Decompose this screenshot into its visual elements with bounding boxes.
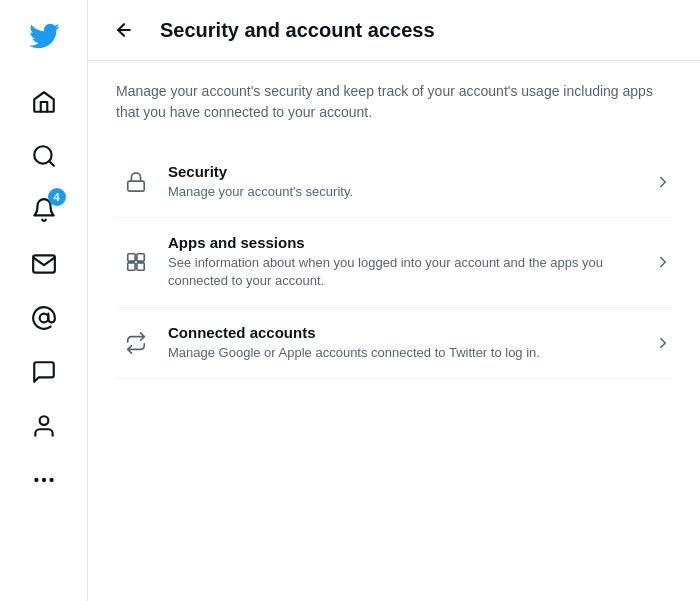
sidebar-item-bookmarks[interactable]: [18, 346, 70, 398]
security-title: Security: [168, 163, 642, 180]
connected-accounts-chevron: [654, 334, 672, 352]
sidebar-item-explore[interactable]: [18, 130, 70, 182]
page-description: Manage your account's security and keep …: [116, 81, 672, 123]
svg-point-2: [39, 314, 48, 323]
sidebar-item-notifications[interactable]: 4: [18, 184, 70, 236]
svg-point-3: [39, 416, 48, 425]
security-icon: [116, 171, 156, 193]
apps-sessions-menu-item[interactable]: Apps and sessions See information about …: [116, 218, 672, 307]
sidebar-item-mentions[interactable]: [18, 292, 70, 344]
apps-sessions-text: Apps and sessions See information about …: [156, 234, 654, 290]
connected-accounts-menu-item[interactable]: Connected accounts Manage Google or Appl…: [116, 308, 672, 379]
apps-sessions-desc: See information about when you logged in…: [168, 254, 642, 290]
security-desc: Manage your account's security.: [168, 183, 642, 201]
svg-rect-11: [128, 263, 135, 270]
svg-rect-8: [128, 181, 145, 191]
svg-rect-12: [137, 263, 144, 270]
twitter-logo[interactable]: [16, 8, 72, 68]
sidebar-item-home[interactable]: [18, 76, 70, 128]
notification-badge: 4: [48, 188, 66, 206]
security-text: Security Manage your account's security.: [156, 163, 654, 201]
svg-point-4: [42, 479, 44, 481]
svg-point-5: [50, 479, 52, 481]
sidebar-item-messages[interactable]: [18, 238, 70, 290]
connected-accounts-desc: Manage Google or Apple accounts connecte…: [168, 344, 642, 362]
svg-line-1: [49, 161, 54, 166]
sidebar-item-more[interactable]: [18, 454, 70, 506]
apps-sessions-icon: [116, 251, 156, 273]
page-header: Security and account access: [88, 0, 700, 61]
back-button[interactable]: [108, 14, 140, 46]
security-chevron: [654, 173, 672, 191]
apps-sessions-title: Apps and sessions: [168, 234, 642, 251]
apps-sessions-chevron: [654, 253, 672, 271]
content-area: Manage your account's security and keep …: [88, 61, 700, 399]
svg-rect-10: [137, 254, 144, 261]
connected-accounts-text: Connected accounts Manage Google or Appl…: [156, 324, 654, 362]
sidebar: 4: [0, 0, 88, 601]
page-title: Security and account access: [160, 19, 435, 42]
sidebar-item-profile[interactable]: [18, 400, 70, 452]
svg-rect-9: [128, 254, 135, 261]
svg-point-6: [35, 479, 37, 481]
main-content: Security and account access Manage your …: [88, 0, 700, 601]
connected-accounts-title: Connected accounts: [168, 324, 642, 341]
security-menu-item[interactable]: Security Manage your account's security.: [116, 147, 672, 218]
connected-accounts-icon: [116, 332, 156, 354]
